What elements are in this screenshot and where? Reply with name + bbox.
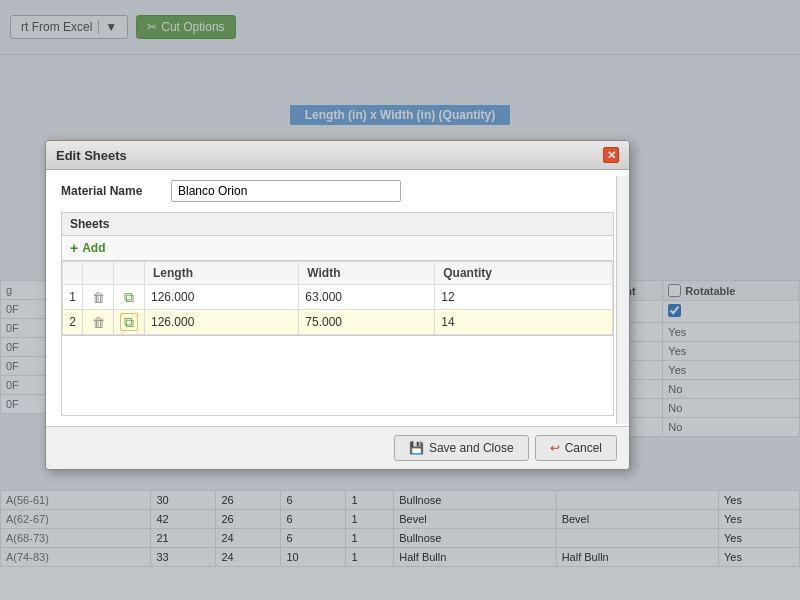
width-cell-1: 63.000 <box>299 285 435 310</box>
sheets-table-wrap: Length Width Quantity 1 🗑 ⧉ <box>61 260 614 336</box>
material-name-input[interactable] <box>171 180 401 202</box>
copy-cell-2[interactable]: ⧉ <box>114 310 145 335</box>
row-num-1: 1 <box>63 285 83 310</box>
sheet-row-1: 1 🗑 ⧉ 126.000 63.000 12 <box>63 285 613 310</box>
quantity-cell-2: 14 <box>435 310 613 335</box>
material-name-row: Material Name <box>61 180 614 202</box>
sheets-section-header: Sheets <box>61 212 614 235</box>
col-del-header <box>83 262 114 285</box>
add-row[interactable]: + Add <box>61 235 614 260</box>
plus-icon: + <box>70 240 78 256</box>
save-label: Save and Close <box>429 441 514 455</box>
width-cell-2: 75.000 <box>299 310 435 335</box>
dialog-scrollbar[interactable] <box>616 176 629 424</box>
delete-cell-2[interactable]: 🗑 <box>83 310 114 335</box>
col-num-header <box>63 262 83 285</box>
copy-cell-1[interactable]: ⧉ <box>114 285 145 310</box>
spacer-area <box>61 336 614 416</box>
col-quantity-header: Quantity <box>435 262 613 285</box>
col-length-header: Length <box>145 262 299 285</box>
save-and-close-button[interactable]: 💾 Save and Close <box>394 435 529 461</box>
quantity-cell-1: 12 <box>435 285 613 310</box>
dialog-close-button[interactable]: ✕ <box>603 147 619 163</box>
dialog-footer: 💾 Save and Close ↩ Cancel <box>46 426 629 469</box>
col-width-header: Width <box>299 262 435 285</box>
row-num-2: 2 <box>63 310 83 335</box>
edit-sheets-dialog: Edit Sheets ✕ Material Name Sheets + Add <box>45 140 630 470</box>
save-icon: 💾 <box>409 441 424 455</box>
sheets-table: Length Width Quantity 1 🗑 ⧉ <box>62 261 613 335</box>
delete-cell-1[interactable]: 🗑 <box>83 285 114 310</box>
length-cell-1: 126.000 <box>145 285 299 310</box>
cancel-label: Cancel <box>565 441 602 455</box>
length-cell-2: 126.000 <box>145 310 299 335</box>
cancel-button[interactable]: ↩ Cancel <box>535 435 617 461</box>
delete-icon[interactable]: 🗑 <box>89 288 107 306</box>
copy-icon[interactable]: ⧉ <box>120 313 138 331</box>
dialog-title: Edit Sheets <box>56 148 127 163</box>
col-copy-header <box>114 262 145 285</box>
copy-icon[interactable]: ⧉ <box>120 288 138 306</box>
add-label: Add <box>82 241 105 255</box>
material-name-label: Material Name <box>61 184 171 198</box>
close-icon: ✕ <box>607 149 616 162</box>
dialog-titlebar: Edit Sheets ✕ <box>46 141 629 170</box>
cancel-icon: ↩ <box>550 441 560 455</box>
delete-icon[interactable]: 🗑 <box>89 313 107 331</box>
dialog-body: Material Name Sheets + Add Length Width <box>46 170 629 426</box>
sheet-row-2: 2 🗑 ⧉ 126.000 75.000 14 <box>63 310 613 335</box>
